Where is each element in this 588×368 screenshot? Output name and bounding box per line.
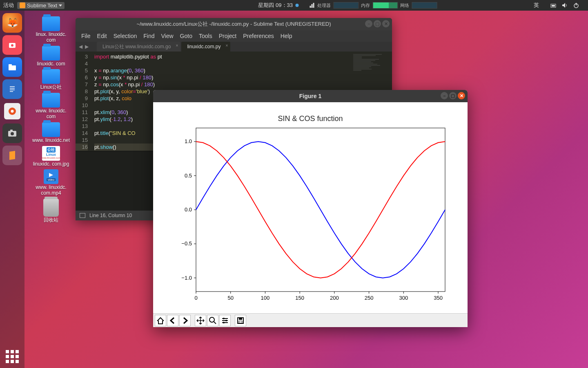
forward-button[interactable]: [179, 315, 191, 326]
dock-ubuntu-software[interactable]: [2, 101, 22, 121]
close-button[interactable]: ✕: [458, 92, 465, 99]
active-app-label: Sublime Text: [27, 2, 57, 9]
editor-tab[interactable]: linuxidc.com.py×: [181, 42, 230, 52]
forward-arrow-icon[interactable]: ▶: [85, 44, 89, 49]
dock-libreoffice-writer[interactable]: [2, 79, 22, 99]
desktop-icon[interactable]: linux. linuxidc. com: [29, 16, 74, 43]
menu-view[interactable]: View: [161, 33, 174, 39]
net-label: 网络: [400, 2, 409, 9]
chart-icon[interactable]: [309, 2, 315, 8]
cpu-label: 处理器: [317, 2, 331, 9]
minimize-button[interactable]: －: [441, 92, 448, 99]
sublime-icon: [20, 2, 25, 8]
menu-edit[interactable]: Edit: [97, 33, 107, 39]
svg-marker-22: [49, 173, 53, 177]
close-icon[interactable]: ×: [226, 43, 228, 48]
svg-rect-56: [239, 321, 242, 323]
mem-graph[interactable]: [372, 2, 398, 9]
menu-selection[interactable]: Selection: [114, 33, 137, 39]
mem-label: 内存: [361, 2, 370, 9]
editor-tab[interactable]: Linux公社 www.linuxidc.com.go×: [97, 42, 180, 52]
svg-rect-15: [10, 90, 15, 90]
menu-file[interactable]: File: [81, 33, 91, 39]
matplotlib-figure-window: Figure 1 － ▢ ✕ SIN & COS function 050100…: [153, 90, 468, 327]
desktop-icon-label: Linux公社: [40, 85, 62, 90]
menu-find[interactable]: Find: [143, 33, 154, 39]
network-icon[interactable]: [550, 2, 556, 8]
home-button[interactable]: [155, 315, 166, 326]
menu-help[interactable]: Help: [281, 33, 292, 39]
desktop-icon[interactable]: www. linuxidc.net: [29, 122, 74, 144]
window-titlebar[interactable]: ~/www.linuxidc.com/Linux公社 -/linuxidc.co…: [76, 18, 392, 30]
minimize-button[interactable]: －: [365, 20, 372, 27]
tabs: Linux公社 www.linuxidc.com.go×linuxidc.com…: [97, 42, 231, 52]
svg-rect-4: [552, 5, 555, 7]
menu-tools[interactable]: Tools: [199, 33, 212, 39]
close-button[interactable]: ✕: [382, 20, 390, 27]
desktop-icon[interactable]: www. linuxidc. com: [29, 93, 74, 120]
configure-button[interactable]: [219, 315, 231, 326]
chart-title: SIN & COS function: [153, 114, 468, 123]
window-title: ~/www.linuxidc.com/Linux公社 -/linuxidc.co…: [136, 20, 331, 28]
svg-point-52: [225, 320, 227, 321]
menu-goto[interactable]: Goto: [180, 33, 192, 39]
tab-label: linuxidc.com.py: [187, 44, 220, 49]
maximize-button[interactable]: ▢: [449, 92, 457, 99]
dock-sublime-text[interactable]: [2, 146, 22, 165]
image-thumb-icon: 公社Linuxwww.linuxidc.com: [42, 146, 60, 161]
desktop-icon-label: www. linuxidc.net: [32, 138, 70, 144]
chart-svg: 050100150200250300350−1.0−0.50.00.51.0: [174, 126, 451, 310]
desktop-icon[interactable]: 回收站: [29, 199, 74, 223]
dock-firefox[interactable]: 🦊: [2, 13, 22, 33]
svg-point-51: [223, 318, 225, 319]
svg-rect-2: [313, 3, 314, 8]
dock-show-applications[interactable]: [6, 350, 19, 363]
dock-gnome-screenshot[interactable]: [2, 123, 22, 143]
cpu-graph[interactable]: [333, 2, 359, 9]
dock-files[interactable]: [2, 57, 22, 77]
folder-icon: [42, 122, 60, 137]
plot-canvas[interactable]: SIN & COS function 050100150200250300350…: [153, 102, 468, 313]
maximize-button[interactable]: ▢: [374, 20, 381, 27]
ime-indicator[interactable]: 英: [534, 2, 539, 9]
svg-point-53: [223, 322, 225, 323]
menu-preferences[interactable]: Preferences: [243, 33, 274, 39]
svg-rect-1: [311, 4, 312, 8]
desktop-icon-label: linuxidc. com.jpg: [33, 162, 69, 167]
close-icon[interactable]: ×: [176, 43, 178, 48]
power-icon[interactable]: [573, 2, 579, 8]
notification-dot[interactable]: [295, 4, 298, 7]
video-file-icon: video: [44, 169, 58, 184]
clock[interactable]: 星期四 09：33: [258, 2, 293, 9]
desktop-icon[interactable]: Linux公社: [29, 69, 74, 90]
menu-project[interactable]: Project: [219, 33, 237, 39]
gnome-top-panel: 活动 Sublime Text 星期四 09：33 处理器 内存 网络 英: [0, 0, 588, 11]
desktop-icon[interactable]: videowww. linuxidc. com.mp4: [29, 169, 74, 196]
svg-rect-16: [10, 91, 13, 92]
svg-rect-12: [9, 84, 16, 94]
svg-text:0.5: 0.5: [185, 173, 192, 179]
back-button[interactable]: [167, 315, 178, 326]
folder-icon: [42, 69, 60, 84]
desktop-icon[interactable]: linuxidc. com: [29, 46, 74, 67]
save-button[interactable]: [235, 315, 246, 326]
menubar: FileEditSelectionFindViewGotoToolsProjec…: [76, 30, 392, 42]
panel-switch-icon[interactable]: [80, 213, 85, 218]
desktop-icon-label: linux. linuxidc. com: [31, 32, 71, 43]
desktop-icons: linux. linuxidc. comlinuxidc. comLinux公社…: [29, 16, 74, 223]
activities-button[interactable]: 活动: [3, 2, 14, 9]
svg-text:0: 0: [194, 295, 197, 301]
svg-point-18: [11, 110, 14, 113]
tab-bar-row: ◀ ▶ Linux公社 www.linuxidc.com.go×linuxidc…: [76, 42, 392, 52]
svg-text:100: 100: [261, 295, 270, 301]
back-arrow-icon[interactable]: ◀: [79, 44, 82, 49]
desktop-icon[interactable]: 公社Linuxwww.linuxidc.comlinuxidc. com.jpg: [29, 146, 74, 167]
dock-screenshot[interactable]: [2, 35, 22, 55]
window-titlebar[interactable]: Figure 1 － ▢ ✕: [153, 90, 468, 102]
net-graph[interactable]: [412, 2, 437, 9]
volume-icon[interactable]: [562, 2, 568, 8]
active-app-menu[interactable]: Sublime Text: [17, 2, 65, 9]
pan-button[interactable]: [195, 315, 206, 326]
ubuntu-dock: 🦊: [0, 11, 24, 368]
zoom-button[interactable]: [207, 315, 218, 326]
